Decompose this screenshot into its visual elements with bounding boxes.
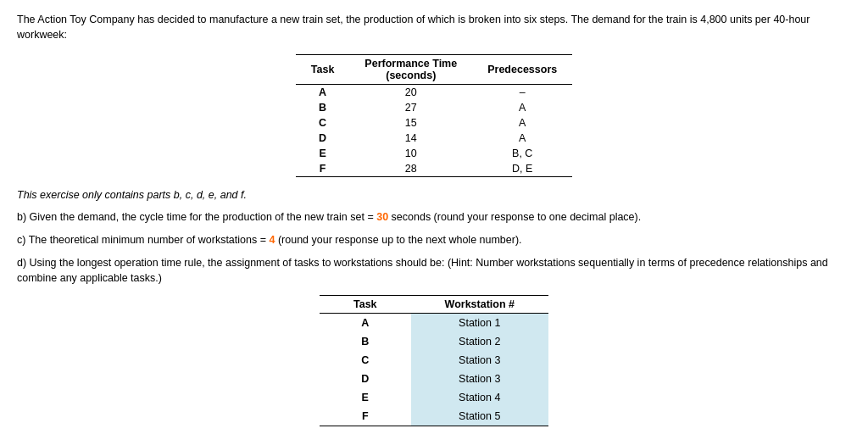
ws-task-header: Task — [320, 296, 411, 314]
task-table-row: A 20 – — [296, 85, 572, 101]
part-b: b) Given the demand, the cycle time for … — [17, 209, 851, 225]
ws-task-cell: F — [320, 407, 411, 426]
part-c: c) The theoretical minimum number of wor… — [17, 232, 851, 248]
task-table-row: C 15 A — [296, 115, 572, 131]
time-cell: 15 — [349, 115, 472, 131]
task-cell: C — [296, 115, 350, 131]
part-c-suffix: (round your response up to the next whol… — [278, 234, 522, 246]
ws-task-cell: D — [320, 370, 411, 388]
ws-task-cell: A — [320, 314, 411, 333]
ws-table-row: C Station 3 — [320, 351, 548, 370]
ws-station-cell: Station 3 — [411, 370, 548, 388]
task-cell: B — [296, 100, 350, 115]
task-cell: E — [296, 146, 350, 161]
ws-table-row: E Station 4 — [320, 388, 548, 407]
task-cell: D — [296, 131, 350, 146]
pred-cell: B, C — [472, 146, 572, 161]
perf-time-header: Performance Time (seconds) — [349, 55, 472, 85]
pred-cell: D, E — [472, 161, 572, 177]
task-table-row: D 14 A — [296, 131, 572, 146]
ws-station-cell: Station 1 — [411, 314, 548, 333]
task-header: Task — [296, 55, 350, 85]
pred-cell: A — [472, 115, 572, 131]
part-d-text: d) Using the longest operation time rule… — [17, 255, 851, 287]
part-c-prefix: c) The theoretical minimum number of wor… — [17, 234, 266, 246]
part-c-value: 4 — [269, 234, 275, 246]
ws-station-header: Workstation # — [411, 296, 548, 314]
time-cell: 27 — [349, 100, 472, 115]
pred-cell: – — [472, 85, 572, 101]
ws-station-cell: Station 4 — [411, 388, 548, 407]
task-table-row: E 10 B, C — [296, 146, 572, 161]
exercise-note: This exercise only contains parts b, c, … — [17, 189, 851, 201]
ws-station-cell: Station 3 — [411, 351, 548, 370]
ws-task-cell: C — [320, 351, 411, 370]
ws-task-cell: E — [320, 388, 411, 407]
ws-station-cell: Station 2 — [411, 332, 548, 351]
task-table: Task Performance Time (seconds) Predeces… — [296, 54, 572, 177]
workstation-table-container: Task Workstation # A Station 1 B Station… — [17, 295, 851, 426]
task-table-row: B 27 A — [296, 100, 572, 115]
ws-table-row: A Station 1 — [320, 314, 548, 333]
ws-table-row: D Station 3 — [320, 370, 548, 388]
task-cell: A — [296, 85, 350, 101]
task-table-row: F 28 D, E — [296, 161, 572, 177]
intro-text: The Action Toy Company has decided to ma… — [17, 13, 851, 42]
task-cell: F — [296, 161, 350, 177]
workstation-table: Task Workstation # A Station 1 B Station… — [320, 295, 548, 426]
predecessors-header: Predecessors — [472, 55, 572, 85]
pred-cell: A — [472, 131, 572, 146]
ws-task-cell: B — [320, 332, 411, 351]
part-b-suffix: seconds (round your response to one deci… — [392, 211, 642, 223]
part-b-value: 30 — [376, 211, 388, 223]
pred-cell: A — [472, 100, 572, 115]
time-cell: 14 — [349, 131, 472, 146]
ws-station-cell: Station 5 — [411, 407, 548, 426]
ws-table-row: B Station 2 — [320, 332, 548, 351]
ws-table-row: F Station 5 — [320, 407, 548, 426]
time-cell: 20 — [349, 85, 472, 101]
time-cell: 10 — [349, 146, 472, 161]
time-cell: 28 — [349, 161, 472, 177]
task-table-container: Task Performance Time (seconds) Predeces… — [17, 54, 851, 177]
part-b-prefix: b) Given the demand, the cycle time for … — [17, 211, 374, 223]
